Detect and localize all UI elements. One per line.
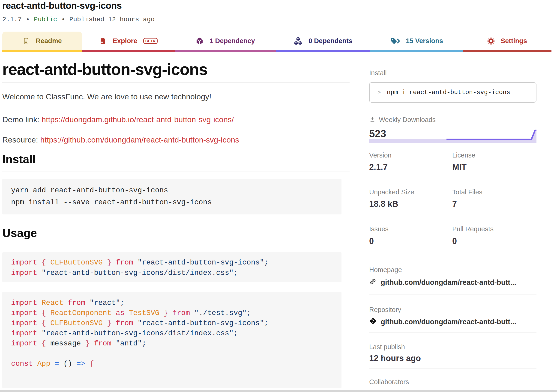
horizontal-scrollbar[interactable] <box>0 390 557 392</box>
homepage-link[interactable]: github.com/duongdam/react-antd-butt... <box>381 278 516 287</box>
package-header: react-antd-button-svg-icons 2.1.7•Public… <box>2 0 155 23</box>
divider <box>369 368 536 368</box>
stat-cell: Pull Requests0 <box>452 225 536 245</box>
tab-label: Settings <box>501 37 527 45</box>
tab-explore[interactable]: ExploreBETA <box>82 32 175 52</box>
repository-link-row[interactable]: github.com/duongdam/react-antd-butt... <box>369 317 536 327</box>
readme-resource-line: Resource: https://github.com/duongdam/re… <box>2 135 342 145</box>
stat-label: Issues <box>369 225 452 233</box>
tab-label: Readme <box>36 37 62 45</box>
stat-value: 0 <box>452 237 536 245</box>
tag-icon <box>390 37 400 45</box>
usage-code-block-1: import { CLFButtonSVG } from "react-antd… <box>2 252 342 282</box>
cube-icon <box>196 37 204 45</box>
stat-cell: Issues0 <box>369 225 452 245</box>
homepage-label: Homepage <box>369 266 536 274</box>
tab-dependents[interactable]: 0 Dependents <box>276 32 370 52</box>
download-icon <box>369 116 376 124</box>
usage-heading: Usage <box>2 227 342 239</box>
code-line: yarn add react-antd-button-svg-icons <box>11 184 333 196</box>
code-line: import { CLFButtonSVG } from "react-antd… <box>11 257 333 268</box>
divider <box>369 214 536 214</box>
tab-versions[interactable]: 15 Versions <box>370 32 463 52</box>
stat-cell: Version2.1.7 <box>369 152 452 171</box>
stat-cell: LicenseMIT <box>452 152 536 171</box>
tab-label: Explore <box>113 37 137 45</box>
zip-icon <box>99 37 106 45</box>
package-published: Published 12 hours ago <box>69 16 155 23</box>
tab-dependency[interactable]: 1 Dependency <box>175 32 276 52</box>
readme-content: react-antd-button-svg-icons Welcome to C… <box>2 58 342 388</box>
demo-link[interactable]: https://duongdam.github.io/react-antd-bu… <box>41 115 234 124</box>
divider <box>369 143 536 143</box>
sidebar: Install > npm i react-antd-button-svg-ic… <box>369 69 536 386</box>
readme-title: react-antd-button-svg-icons <box>2 61 342 78</box>
stat-label: Version <box>369 152 452 159</box>
readme-welcome: Welcome to ClassFunc. We are love to use… <box>2 92 342 102</box>
tab-settings[interactable]: Settings <box>463 32 551 52</box>
prompt-icon: > <box>377 89 381 96</box>
weekly-downloads-row: Weekly Downloads <box>369 116 536 124</box>
code-line: import { message } from "antd"; <box>11 338 333 349</box>
tab-label: 1 Dependency <box>210 37 255 45</box>
code-line: import "react-antd-button-svg-icons/dist… <box>11 268 333 278</box>
divider <box>369 333 536 333</box>
divider <box>2 172 350 172</box>
gear-icon <box>487 37 495 45</box>
git-icon <box>369 317 377 327</box>
stat-value: 7 <box>452 200 536 208</box>
stat-cell: Total Files7 <box>452 188 536 208</box>
repository-link[interactable]: github.com/duongdam/react-antd-butt... <box>381 318 516 326</box>
code-line: import "react-antd-button-svg-icons/dist… <box>11 328 333 338</box>
code-line: import { CLFButtonSVG } from "react-antd… <box>11 318 333 328</box>
separator-dot: • <box>26 16 30 23</box>
code-line: npm install --save react-antd-button-svg… <box>11 196 333 208</box>
stat-label: Pull Requests <box>452 225 536 233</box>
stat-row: Version2.1.7LicenseMIT <box>369 152 536 171</box>
package-name: react-antd-button-svg-icons <box>2 0 155 11</box>
stat-label: Unpacked Size <box>369 188 452 196</box>
usage-code-block-2: import React from "react";import { React… <box>2 292 342 388</box>
stat-value: 0 <box>369 237 452 245</box>
code-line: import React from "react"; <box>11 298 333 308</box>
package-version: 2.1.7 <box>2 16 22 23</box>
readme-demo-line: Demo link: https://duongdam.github.io/re… <box>2 115 342 125</box>
code-line: const App = () => { <box>11 359 333 369</box>
file-icon <box>22 37 30 45</box>
demo-prefix: Demo link: <box>2 115 41 124</box>
code-line: import { ReactComponent as TestSVG } fro… <box>11 308 333 318</box>
divider <box>369 294 536 295</box>
resource-link[interactable]: https://github.com/duongdam/react-antd-b… <box>40 135 239 144</box>
divider <box>2 245 350 245</box>
separator-dot: • <box>61 16 65 23</box>
sidebar-install-label: Install <box>369 69 536 77</box>
divider <box>2 82 350 83</box>
code-line <box>11 349 333 359</box>
tab-label: 15 Versions <box>406 37 443 45</box>
link-icon <box>369 278 377 287</box>
stat-label: Total Files <box>452 188 536 196</box>
install-command: npm i react-antd-button-svg-icons <box>387 89 510 96</box>
install-heading: Install <box>2 153 342 165</box>
install-command-box[interactable]: > npm i react-antd-button-svg-icons <box>369 82 536 103</box>
stat-value: 18.8 kB <box>369 200 452 208</box>
stat-value: 2.1.7 <box>369 163 452 171</box>
stat-row: Unpacked Size18.8 kBTotal Files7 <box>369 188 536 208</box>
downloads-sparkline <box>369 128 536 143</box>
stat-value: MIT <box>452 163 536 171</box>
resource-prefix: Resource: <box>2 135 40 144</box>
divider <box>369 177 536 177</box>
package-visibility: Public <box>34 16 57 23</box>
homepage-link-row[interactable]: github.com/duongdam/react-antd-butt... <box>369 278 536 287</box>
divider <box>369 251 536 251</box>
last-publish-value: 12 hours ago <box>369 354 536 362</box>
tab-label: 0 Dependents <box>309 37 352 45</box>
tab-readme[interactable]: Readme <box>2 32 82 52</box>
tab-bar: ReadmeExploreBETA1 Dependency0 Dependent… <box>2 32 551 52</box>
repository-label: Repository <box>369 306 536 314</box>
stat-cell: Unpacked Size18.8 kB <box>369 188 452 208</box>
beta-badge: BETA <box>143 38 158 44</box>
weekly-downloads-label: Weekly Downloads <box>379 116 436 124</box>
package-meta: 2.1.7•Public•Published 12 hours ago <box>2 16 155 23</box>
weekly-downloads-value-row: 523 <box>369 128 536 143</box>
